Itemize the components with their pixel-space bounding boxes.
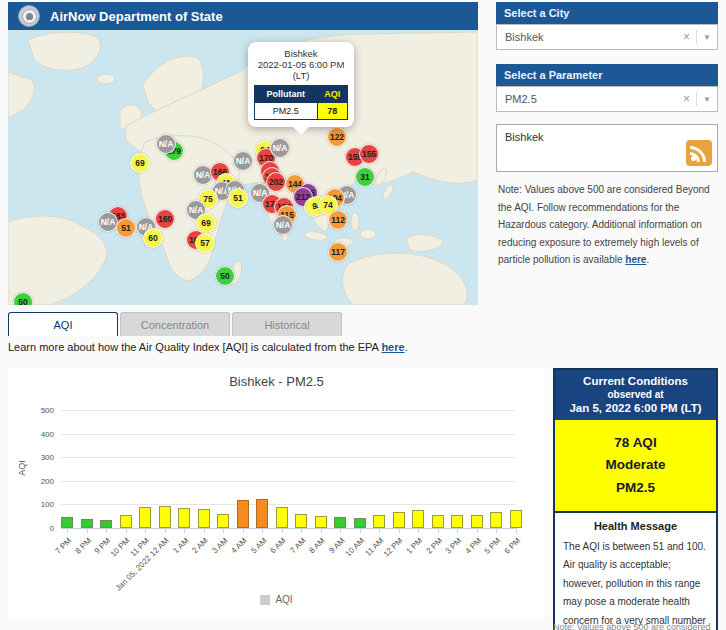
map-marker[interactable]: 122 [327,127,347,147]
map-marker[interactable]: N/A [270,138,290,158]
chart-bar[interactable] [373,515,385,528]
chart-gridline [61,410,515,411]
feed-box: Bishkek [496,124,718,172]
parameter-select-value: PM2.5 [505,93,683,105]
learn-more-text: Learn more about how the Air Quality Ind… [8,341,408,353]
map-marker[interactable]: 160 [155,209,175,229]
map-marker[interactable]: 57 [195,233,215,253]
chart-y-axis-label: AQI [17,460,27,476]
epa-here-link[interactable]: here [381,341,404,353]
chart-title: Bishkek - PM2.5 [8,374,545,389]
chart-bar[interactable] [354,518,366,528]
chart-y-tick: 500 [20,406,54,415]
map-marker[interactable]: 112 [328,210,348,230]
chart-bar[interactable] [81,519,93,528]
parameter-dropdown-arrow-icon[interactable]: ▼ [703,95,711,104]
conditions-aqi-category: Moderate [559,454,712,476]
city-clear-icon[interactable]: × [683,30,690,44]
chart-bar[interactable] [178,508,190,528]
map-marker[interactable]: 51 [116,218,136,238]
tooltip-aqi-value: 78 [317,103,347,120]
chart-bar[interactable] [412,510,424,528]
conditions-aqi-block: 78 AQI Moderate PM2.5 [555,420,716,513]
chart-bar[interactable] [490,512,502,528]
city-dropdown-arrow-icon[interactable]: ▼ [703,33,711,42]
chart-x-tick [477,529,478,533]
app-header: AirNow Department of State [8,2,478,30]
chart-bar[interactable] [510,510,522,528]
chart-x-tick [126,529,127,533]
map-marker[interactable]: 50 [13,292,33,305]
chart-x-tick [360,529,361,533]
select-city-header: Select a City [496,2,718,24]
conditions-footnote: Note: Values above 500 are considered Be… [553,622,719,630]
chart-x-tick [87,529,88,533]
map-marker[interactable]: 31 [355,167,375,187]
chart-bar[interactable] [159,506,171,528]
map-marker[interactable]: 69 [130,153,150,173]
city-select[interactable]: Bishkek × ▼ [496,24,718,50]
tab-concentration[interactable]: Concentration [120,312,230,336]
chart-gridline [61,481,515,482]
feed-city-text: Bishkek [505,131,544,143]
chart-x-tick [379,529,380,533]
chart-y-tick: 400 [20,430,54,439]
chart-bar[interactable] [61,517,73,528]
chart-y-tick: 100 [20,500,54,509]
chart-bar[interactable] [393,512,405,528]
rss-icon[interactable] [686,140,712,166]
note-here-link[interactable]: here [625,254,646,265]
chart-bar[interactable] [432,515,444,528]
chart-x-tick [145,529,146,533]
chart-x-tick [184,529,185,533]
tab-aqi[interactable]: AQI [8,312,118,336]
map-marker[interactable]: 51 [228,188,248,208]
chart-bar[interactable] [276,507,288,528]
map-marker[interactable]: 117 [328,242,348,262]
note-suffix: . [646,254,649,265]
map-marker[interactable]: 50 [215,266,235,286]
map-marker[interactable]: N/A [233,151,253,171]
chart-y-tick: 0 [20,524,54,533]
chart-legend: AQI [8,594,545,605]
map-marker[interactable]: 60 [143,228,163,248]
tooltip-pollutant-value: PM2.5 [255,103,318,120]
chart-bar[interactable] [120,515,132,528]
chart-bar[interactable] [471,515,483,528]
map-marker[interactable]: N/A [156,134,176,154]
tooltip-table: Pollutant AQI PM2.5 78 [254,85,348,120]
select-divider [696,30,697,44]
conditions-subtitle: observed at [559,389,712,400]
chart-x-axis [61,528,517,529]
chart-x-tick [496,529,497,533]
map-marker[interactable]: N/A [98,212,118,232]
department-of-state-seal-icon [18,5,40,27]
chart-bar[interactable] [217,514,229,528]
parameter-clear-icon[interactable]: × [683,92,690,106]
aqi-world-map[interactable]: 69179N/AN/A16641N/AN/A7551N/A69183N/A51N… [8,30,478,305]
map-marker[interactable]: N/A [273,215,293,235]
conditions-datetime: Jan 5, 2022 6:00 PM (LT) [559,402,712,414]
chart-x-tick [204,529,205,533]
map-marker[interactable]: 155 [359,144,379,164]
chart-bar[interactable] [295,514,307,528]
chart-bar[interactable] [237,500,249,528]
city-select-value: Bishkek [505,31,683,43]
health-message-title: Health Message [563,520,708,532]
chart-x-tick [165,529,166,533]
chart-x-tick [516,529,517,533]
chart-bar[interactable] [139,507,151,528]
chart-x-tick [106,529,107,533]
chart-gridline [61,434,515,435]
conditions-title: Current Conditions [559,375,712,387]
chart-bar[interactable] [256,499,268,528]
chart-bar[interactable] [451,515,463,528]
chart-bar[interactable] [100,520,112,528]
chart-bar[interactable] [198,509,210,528]
chart-gridline [61,457,515,458]
chart-bar[interactable] [315,516,327,528]
parameter-select[interactable]: PM2.5 × ▼ [496,86,718,112]
chart-bar[interactable] [334,517,346,528]
view-tabs: AQI Concentration Historical [8,312,344,336]
tab-historical[interactable]: Historical [232,312,342,336]
